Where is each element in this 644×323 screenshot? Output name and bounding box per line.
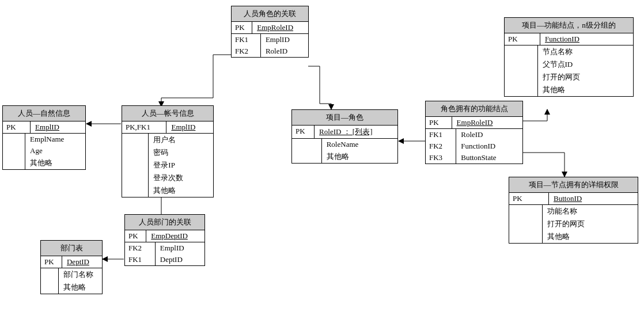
- attr-key: [505, 45, 537, 58]
- attr-key: [41, 281, 59, 294]
- attr-val: 用户名: [149, 134, 213, 146]
- pk-field: ButtonID: [549, 193, 638, 205]
- attr-val: 其他略: [25, 157, 85, 169]
- attr-key: [122, 184, 149, 197]
- attr-val: Age: [25, 145, 85, 157]
- attr-key: FK1: [125, 254, 155, 265]
- attr-key: [505, 58, 537, 71]
- entity-pk-section: PK ButtonID: [509, 193, 638, 205]
- attr-key: FK3: [426, 152, 456, 164]
- entity-node-perm: 项目—节点拥有的详细权限 PK ButtonID 功能名称 打开的网页 其他略: [509, 177, 638, 244]
- entity-role-func: 角色拥有的功能结点 PK EmpRoleID FK1RoleID FK2Func…: [425, 101, 523, 164]
- attr-val: FunctionID: [456, 140, 522, 152]
- pk-label: PK: [41, 256, 62, 268]
- entity-title: 人员部门的关联: [125, 215, 204, 230]
- attr-val: EmplName: [25, 134, 85, 145]
- pk-label: PK: [125, 230, 146, 242]
- attr-val: 其他略: [537, 83, 633, 96]
- attr-key: [122, 172, 149, 184]
- entity-pk-section: PK EmpRoleID: [232, 22, 308, 34]
- entity-title: 角色拥有的功能结点: [426, 101, 522, 117]
- entity-title: 人员角色的关联: [232, 6, 308, 22]
- pk-field: RoleID ： [列表]: [315, 126, 397, 139]
- pk-label: PK: [505, 33, 540, 45]
- entity-attr-section: FK1RoleID FK2FunctionID FK3ButtonState: [426, 129, 522, 164]
- pk-field: EmpRoleID: [452, 117, 522, 129]
- entity-attr-section: 节点名称 父节点ID 打开的网页 其他略: [505, 45, 633, 96]
- attr-key: [292, 150, 321, 163]
- entity-attr-section: 部门名称 其他略: [41, 268, 102, 294]
- attr-val: 部门名称: [59, 268, 102, 281]
- attr-key: [122, 146, 149, 159]
- attr-key: [509, 205, 542, 218]
- attr-key: [122, 134, 149, 146]
- attr-key: [505, 71, 537, 83]
- attr-key: FK2: [232, 45, 260, 57]
- pk-label: PK: [232, 22, 252, 34]
- pk-field: EmplID: [166, 121, 213, 134]
- pk-field: DeptID: [62, 256, 102, 268]
- entity-attr-section: FK2EmplID FK1DeptID: [125, 242, 204, 265]
- pk-field: EmpDeptID: [146, 230, 204, 242]
- attr-val: 打开的网页: [542, 218, 638, 230]
- entity-title: 项目—角色: [292, 110, 397, 126]
- entity-emp-dept: 人员部门的关联 PK EmpDeptID FK2EmplID FK1DeptID: [124, 214, 205, 266]
- entity-title: 人员—自然信息: [3, 106, 85, 121]
- entity-emp-role: 人员角色的关联 PK EmpRoleID FK1EmplID FK2RoleID: [231, 6, 309, 58]
- pk-label: PK: [292, 126, 315, 139]
- entity-pk-section: PK EmpDeptID: [125, 230, 204, 242]
- entity-title: 项目—功能结点，n级分组的: [505, 18, 633, 33]
- attr-key: [3, 145, 25, 157]
- attr-val: DeptID: [155, 254, 204, 265]
- attr-key: [3, 134, 25, 145]
- attr-key: [292, 139, 321, 150]
- entity-title: 人员—帐号信息: [122, 106, 213, 121]
- attr-val: RoleID: [456, 129, 522, 140]
- pk-label: PK,FK1: [122, 121, 166, 134]
- entity-attr-section: FK1EmplID FK2RoleID: [232, 34, 308, 57]
- attr-key: [509, 218, 542, 230]
- entity-pk-section: PK FunctionID: [505, 33, 633, 45]
- entity-pk-section: PK EmpRoleID: [426, 117, 522, 129]
- attr-val: 其他略: [149, 184, 213, 197]
- pk-field: EmplID: [31, 121, 85, 134]
- entity-emp-natural: 人员—自然信息 PK EmplID EmplName Age 其他略: [2, 105, 86, 170]
- attr-val: 登录次数: [149, 172, 213, 184]
- attr-val: 打开的网页: [537, 71, 633, 83]
- attr-key: [41, 268, 59, 281]
- entity-project-func: 项目—功能结点，n级分组的 PK FunctionID 节点名称 父节点ID 打…: [504, 17, 634, 97]
- attr-key: FK2: [426, 140, 456, 152]
- attr-val: 登录IP: [149, 159, 213, 172]
- attr-val: 节点名称: [537, 45, 633, 58]
- pk-label: PK: [426, 117, 452, 129]
- attr-key: [3, 157, 25, 169]
- pk-field: FunctionID: [540, 33, 633, 45]
- pk-field: EmpRoleID: [252, 22, 308, 34]
- attr-val: 父节点ID: [537, 58, 633, 71]
- entity-pk-section: PK,FK1 EmplID: [122, 121, 213, 134]
- attr-key: FK1: [232, 34, 260, 45]
- entity-project-role: 项目—角色 PK RoleID ： [列表] RoleName 其他略: [291, 109, 398, 164]
- attr-key: [505, 83, 537, 96]
- attr-val: 其他略: [321, 150, 397, 163]
- attr-val: 其他略: [59, 281, 102, 294]
- entity-dept: 部门表 PK DeptID 部门名称 其他略: [40, 240, 103, 294]
- entity-pk-section: PK DeptID: [41, 256, 102, 268]
- pk-label: PK: [3, 121, 31, 134]
- attr-val: EmplID: [260, 34, 308, 45]
- entity-emp-account: 人员—帐号信息 PK,FK1 EmplID 用户名 密码 登录IP 登录次数 其…: [122, 105, 214, 197]
- attr-val: 其他略: [542, 230, 638, 243]
- attr-key: FK1: [426, 129, 456, 140]
- entity-title: 项目—节点拥有的详细权限: [509, 177, 638, 193]
- attr-val: RoleName: [321, 139, 397, 150]
- attr-val: 功能名称: [542, 205, 638, 218]
- entity-attr-section: 用户名 密码 登录IP 登录次数 其他略: [122, 134, 213, 197]
- pk-label: PK: [509, 193, 549, 205]
- attr-val: 密码: [149, 146, 213, 159]
- attr-val: EmplID: [155, 242, 204, 254]
- entity-pk-section: PK RoleID ： [列表]: [292, 126, 397, 139]
- attr-key: [122, 159, 149, 172]
- attr-val: RoleID: [260, 45, 308, 57]
- attr-key: [509, 230, 542, 243]
- entity-pk-section: PK EmplID: [3, 121, 85, 134]
